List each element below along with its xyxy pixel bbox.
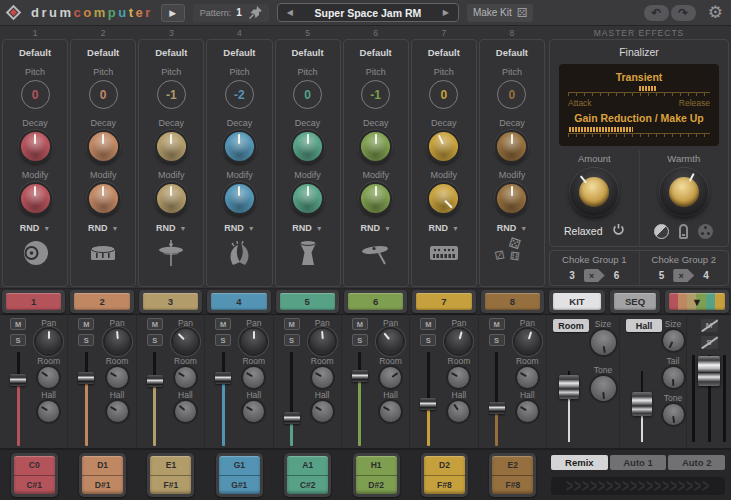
note-pad[interactable]: E2 F#8: [489, 453, 536, 497]
modify-knob[interactable]: [155, 182, 188, 215]
volume-fader[interactable]: [215, 352, 231, 446]
kit-tab[interactable]: KIT: [549, 290, 605, 313]
mute-button[interactable]: M: [147, 318, 163, 330]
hall-tone-knob[interactable]: [663, 404, 684, 425]
hall-fader[interactable]: [632, 371, 652, 442]
transient-slider[interactable]: [568, 85, 710, 97]
volume-fader[interactable]: [10, 352, 26, 446]
note-pad[interactable]: D2 F#8: [421, 453, 468, 497]
solo-button[interactable]: S: [215, 334, 231, 346]
solo-button[interactable]: S: [352, 334, 368, 346]
room-send-knob[interactable]: [312, 367, 333, 388]
volume-fader[interactable]: [284, 352, 300, 446]
channel-pad[interactable]: 7: [412, 290, 475, 313]
room-send-knob[interactable]: [448, 367, 469, 388]
room-send-knob[interactable]: [380, 367, 401, 388]
pan-knob[interactable]: [173, 329, 198, 354]
modify-knob[interactable]: [87, 182, 120, 215]
mute-button[interactable]: M: [78, 318, 94, 330]
mute-button[interactable]: M: [284, 318, 300, 330]
room-tone-knob[interactable]: [591, 376, 616, 401]
solo-button[interactable]: S: [147, 334, 163, 346]
decay-knob[interactable]: [19, 130, 52, 163]
room-fader[interactable]: [559, 371, 579, 442]
pan-knob[interactable]: [105, 329, 130, 354]
undo-button[interactable]: ↶: [644, 5, 669, 21]
pan-knob[interactable]: [241, 329, 266, 354]
solo-button[interactable]: S: [489, 334, 505, 346]
channel-kit-name[interactable]: Default: [87, 47, 119, 58]
decay-knob[interactable]: [155, 130, 188, 163]
mute-all-button[interactable]: M: [701, 319, 718, 332]
pitch-value[interactable]: 0: [21, 80, 50, 109]
note-pad[interactable]: D1 D#1: [79, 453, 126, 497]
finalizer-display[interactable]: Transient Attack Release Gain Reduction …: [559, 64, 719, 146]
seq-tab[interactable]: SEQ: [610, 290, 660, 313]
instrument-icon[interactable]: [87, 237, 119, 269]
modify-knob[interactable]: [359, 182, 392, 215]
instrument-icon[interactable]: [428, 237, 460, 269]
randomize-button[interactable]: RND▼: [88, 223, 118, 233]
choke-group-1-left[interactable]: 3: [569, 270, 575, 281]
solo-button[interactable]: S: [78, 334, 94, 346]
instrument-icon[interactable]: [155, 237, 187, 269]
pan-knob[interactable]: [310, 329, 335, 354]
volume-fader[interactable]: [147, 352, 163, 446]
choke-group-2-left[interactable]: 5: [659, 270, 665, 281]
hall-size-knob[interactable]: [663, 330, 684, 351]
modify-knob[interactable]: [19, 182, 52, 215]
modify-knob[interactable]: [291, 182, 324, 215]
instrument-icon[interactable]: [19, 237, 51, 269]
pitch-value[interactable]: 0: [429, 80, 458, 109]
note-pad[interactable]: H1 D#2: [353, 453, 400, 497]
warmth-knob[interactable]: [660, 168, 708, 216]
power-icon[interactable]: [612, 222, 625, 240]
channel-pad[interactable]: 1: [2, 290, 65, 313]
instrument-icon[interactable]: [292, 237, 324, 269]
redo-button[interactable]: ↷: [671, 5, 696, 21]
gain-slider[interactable]: [568, 126, 710, 138]
decay-knob[interactable]: [87, 130, 120, 163]
pitch-value[interactable]: -1: [361, 80, 390, 109]
channel-kit-name[interactable]: Default: [291, 47, 323, 58]
preset-next-icon[interactable]: ▶: [440, 8, 452, 17]
mute-button[interactable]: M: [489, 318, 505, 330]
mute-button[interactable]: M: [10, 318, 26, 330]
channel-kit-name[interactable]: Default: [223, 47, 255, 58]
modify-knob[interactable]: [223, 182, 256, 215]
hall-send-knob[interactable]: [517, 401, 538, 422]
solo-button[interactable]: S: [420, 334, 436, 346]
remix-slider[interactable]: >>>>>>>>>>>>>>>>>>: [551, 477, 725, 495]
pan-knob[interactable]: [378, 329, 403, 354]
instrument-icon[interactable]: [360, 237, 392, 269]
volume-fader[interactable]: [420, 352, 436, 446]
channel-pad[interactable]: 5: [276, 290, 339, 313]
hall-send-knob[interactable]: [312, 401, 333, 422]
solo-button[interactable]: S: [284, 334, 300, 346]
randomize-button[interactable]: RND▼: [497, 223, 527, 233]
pattern-value[interactable]: 1: [236, 7, 242, 18]
decay-knob[interactable]: [427, 130, 460, 163]
mute-button[interactable]: M: [352, 318, 368, 330]
pan-knob[interactable]: [446, 329, 471, 354]
hall-send-knob[interactable]: [380, 401, 401, 422]
choke-group-2-right[interactable]: 4: [703, 270, 709, 281]
volume-fader[interactable]: [352, 352, 368, 446]
decay-knob[interactable]: [291, 130, 324, 163]
hall-send-knob[interactable]: [175, 401, 196, 422]
room-button[interactable]: Room: [553, 319, 589, 332]
room-send-knob[interactable]: [175, 367, 196, 388]
decay-knob[interactable]: [359, 130, 392, 163]
kit-download-button[interactable]: ▼: [665, 290, 729, 313]
mute-button[interactable]: M: [215, 318, 231, 330]
channel-kit-name[interactable]: Default: [19, 47, 51, 58]
channel-kit-name[interactable]: Default: [428, 47, 460, 58]
pitch-value[interactable]: 0: [293, 80, 322, 109]
compressor-mode-label[interactable]: Relaxed: [564, 225, 603, 237]
hall-send-knob[interactable]: [38, 401, 59, 422]
room-send-knob[interactable]: [107, 367, 128, 388]
note-pad[interactable]: E1 F#1: [147, 453, 194, 497]
choke-group-1-clear-icon[interactable]: ×: [584, 269, 605, 282]
make-kit-button[interactable]: Make Kit ⚄: [467, 4, 533, 22]
mute-button[interactable]: M: [420, 318, 436, 330]
